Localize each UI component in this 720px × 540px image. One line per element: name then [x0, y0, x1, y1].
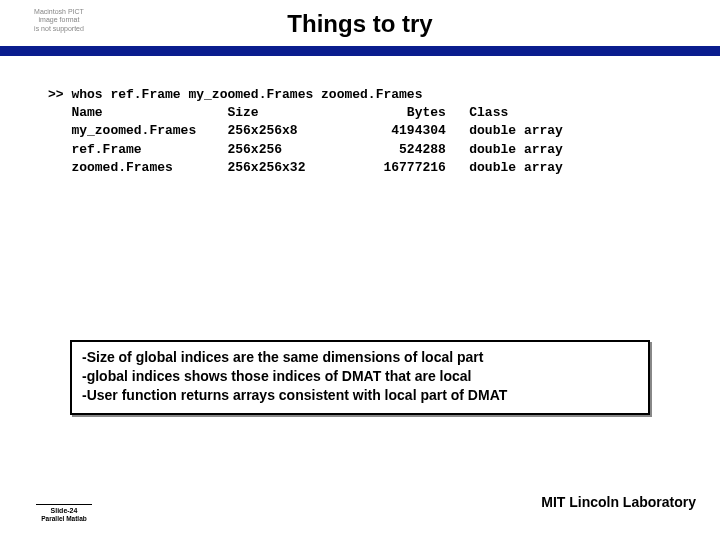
page-title: Things to try: [287, 10, 432, 38]
pict-line1: Macintosh PICT: [24, 8, 94, 16]
slide-number: Slide-24: [36, 507, 92, 515]
slide-footer: Slide-24 Parallel Matlab MIT Lincoln Lab…: [0, 488, 720, 528]
note-line-1: -Size of global indices are the same dim…: [82, 348, 638, 367]
note-line-2: -global indices shows those indices of D…: [82, 367, 638, 386]
whos-output: >> whos ref.Frame my_zoomed.Frames zoome…: [48, 86, 720, 177]
notes-box: -Size of global indices are the same dim…: [70, 340, 650, 415]
header-divider: [0, 46, 720, 56]
footer-left: Slide-24 Parallel Matlab: [36, 504, 92, 522]
slide-header: Things to try: [0, 0, 720, 38]
pict-placeholder: Macintosh PICT image format is not suppo…: [24, 8, 94, 33]
pict-line2: image format: [24, 16, 94, 24]
note-line-3: -User function returns arrays consistent…: [82, 386, 638, 405]
footer-org: MIT Lincoln Laboratory: [541, 494, 696, 510]
footer-subtitle: Parallel Matlab: [36, 515, 92, 522]
footer-rule: [36, 504, 92, 505]
pict-line3: is not supported: [24, 25, 94, 33]
